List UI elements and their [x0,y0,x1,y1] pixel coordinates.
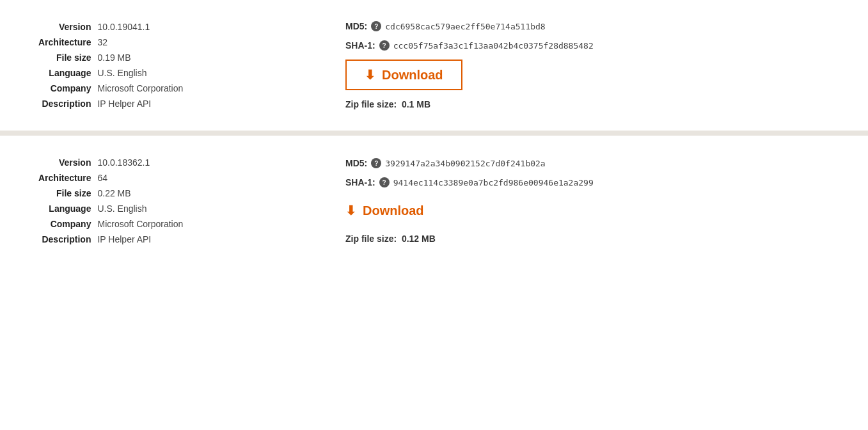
download-label-2: Download [363,203,424,218]
company-row: Company Microsoft Corporation [38,81,188,96]
download-button-2[interactable]: ⬇ Download [345,196,442,225]
file-actions-1: MD5: ? cdc6958cac579aec2ff50e714a511bd8 … [294,19,830,111]
version-label: Version [38,19,97,35]
company-label-2: Company [38,216,97,232]
language-value: U.S. English [97,65,188,81]
zip-size-value-2: 0.12 MB [402,234,436,244]
filesize-label-2: File size [38,186,97,201]
zip-size-row-2: Zip file size: 0.12 MB [345,234,830,244]
description-value-2: IP Helper API [97,232,188,247]
version-row-2: Version 10.0.18362.1 [38,155,188,170]
architecture-row: Architecture 32 [38,35,188,50]
language-value-2: U.S. English [97,201,188,216]
sha1-info-icon-1[interactable]: ? [379,40,390,51]
download-icon-2: ⬇ [345,203,356,218]
language-label-2: Language [38,201,97,216]
file-entry-1: Version 10.0.19041.1 Architecture 32 Fil… [0,0,868,131]
filesize-row: File size 0.19 MB [38,50,188,65]
language-label: Language [38,65,97,81]
divider [0,131,868,136]
architecture-label: Architecture [38,35,97,50]
zip-size-row-1: Zip file size: 0.1 MB [345,99,830,109]
md5-value-2: 3929147a2a34b0902152c7d0f241b02a [385,159,545,168]
language-row-2: Language U.S. English [38,201,188,216]
download-label-1: Download [382,68,443,83]
download-button-1[interactable]: ⬇ Download [345,60,462,90]
sha1-info-icon-2[interactable]: ? [379,177,390,187]
download-icon-1: ⬇ [365,67,375,83]
description-label-2: Description [38,232,97,247]
zip-size-value-1: 0.1 MB [402,99,430,109]
architecture-value-2: 64 [97,170,188,186]
file-actions-2: MD5: ? 3929147a2a34b0902152c7d0f241b02a … [294,155,830,247]
md5-label-1: MD5: [345,21,367,31]
description-value: IP Helper API [97,96,188,111]
version-row: Version 10.0.19041.1 [38,19,188,35]
md5-value-1: cdc6958cac579aec2ff50e714a511bd8 [385,22,545,31]
file-meta-2: Version 10.0.18362.1 Architecture 64 Fil… [38,155,294,247]
filesize-row-2: File size 0.22 MB [38,186,188,201]
company-value: Microsoft Corporation [97,81,188,96]
filesize-value-2: 0.22 MB [97,186,188,201]
description-row-2: Description IP Helper API [38,232,188,247]
architecture-row-2: Architecture 64 [38,170,188,186]
md5-row-2: MD5: ? 3929147a2a34b0902152c7d0f241b02a [345,158,830,168]
version-value-2: 10.0.18362.1 [97,155,188,170]
architecture-label-2: Architecture [38,170,97,186]
md5-row-1: MD5: ? cdc6958cac579aec2ff50e714a511bd8 [345,21,830,31]
sha1-row-1: SHA-1: ? ccc05f75af3a3c1f13aa042b4c0375f… [345,40,830,51]
description-row: Description IP Helper API [38,96,188,111]
file-entry-2: Version 10.0.18362.1 Architecture 64 Fil… [0,136,868,266]
zip-size-label-1: Zip file size: [345,99,397,109]
md5-label-2: MD5: [345,158,367,168]
filesize-label: File size [38,50,97,65]
language-row: Language U.S. English [38,65,188,81]
filesize-value: 0.19 MB [97,50,188,65]
sha1-row-2: SHA-1: ? 9414ec114c3389e0a7bc2fd986e0094… [345,177,830,187]
sha1-value-1: ccc05f75af3a3c1f13aa042b4c0375f28d885482 [393,41,594,51]
file-meta-1: Version 10.0.19041.1 Architecture 32 Fil… [38,19,294,111]
company-label: Company [38,81,97,96]
md5-info-icon-2[interactable]: ? [371,158,381,168]
version-label-2: Version [38,155,97,170]
architecture-value: 32 [97,35,188,50]
sha1-label-2: SHA-1: [345,177,375,187]
version-value: 10.0.19041.1 [97,19,188,35]
description-label: Description [38,96,97,111]
zip-size-label-2: Zip file size: [345,234,397,244]
md5-info-icon-1[interactable]: ? [371,21,381,31]
sha1-label-1: SHA-1: [345,40,375,51]
company-value-2: Microsoft Corporation [97,216,188,232]
company-row-2: Company Microsoft Corporation [38,216,188,232]
sha1-value-2: 9414ec114c3389e0a7bc2fd986e00946e1a2a299 [393,178,594,187]
